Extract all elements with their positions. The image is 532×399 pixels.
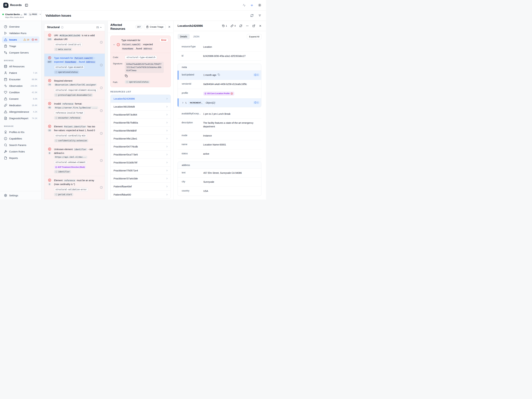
group-header[interactable]: address: [178, 162, 261, 169]
theme-sun-icon[interactable]: [258, 4, 261, 7]
issue-content: Element reference must be an array (max …: [54, 178, 98, 196]
activity-status-icon[interactable]: [243, 4, 246, 7]
panel-left-toggle-icon[interactable]: [25, 4, 28, 7]
copy-icon[interactable]: [125, 75, 128, 77]
sidebar-item-issues[interactable]: Issues1865: [2, 36, 39, 43]
wifi-icon[interactable]: [250, 4, 253, 7]
sidebar-item-triage[interactable]: Triage: [0, 43, 41, 49]
filter-icon[interactable]: [258, 14, 261, 17]
resource-list-item[interactable]: Location/b2426986: [111, 95, 171, 103]
collapse-chevron-icon[interactable]: [113, 39, 115, 51]
issue-severity-column: 6: [47, 178, 52, 196]
close-icon[interactable]: [168, 25, 171, 28]
create-triage-button[interactable]: Create Triage: [144, 24, 165, 29]
chevron-up-icon[interactable]: [100, 26, 102, 29]
sidebar-item-patient[interactable]: Patient7.1K: [0, 70, 41, 76]
detail-row-name[interactable]: nameLocation Name-00001: [177, 140, 261, 149]
sidebar-item-search-params[interactable]: Search Params: [0, 142, 41, 148]
award-icon: [4, 131, 7, 134]
sidebar-item-all-resources[interactable]: All Resources: [0, 63, 41, 70]
circle-x-icon[interactable]: [231, 92, 233, 95]
refresh-icon[interactable]: [250, 14, 253, 17]
open-external-icon[interactable]: [252, 25, 255, 27]
sidebar-item-diagnosticreport[interactable]: DiagnosticReport74.1K: [0, 115, 41, 121]
inline-code-chip: identifier: [73, 148, 87, 151]
expand-all-button[interactable]: Expand All: [247, 34, 262, 39]
sidebar-item-overview[interactable]: Overview: [0, 23, 41, 30]
resource-list-item[interactable]: Practitioner/0ca773e5: [111, 151, 171, 158]
detail-row-object[interactable]: t.INCREMENT...Object{2}1: [178, 98, 261, 107]
issue-card-item[interactable]: 79Required element Observation.identifie…: [44, 76, 105, 99]
issue-card-item[interactable]: 16Element Patient.identifier has too few…: [44, 122, 105, 145]
detail-row-mode[interactable]: modeinstance: [177, 131, 261, 140]
sidebar-item-label: Observation: [9, 84, 23, 87]
issue-info-icon[interactable]: [100, 102, 103, 120]
references-button[interactable]: 0: [231, 25, 236, 27]
resource-list-item[interactable]: Practitioner/750571e4: [111, 167, 171, 175]
detail-row-versionId[interactable]: versionId0a0840d4-a4a8-4456-b256-d12ea6c…: [178, 80, 261, 89]
sidebar-item-compare-servers[interactable]: Compare Servers: [0, 49, 41, 56]
detail-row-text[interactable]: text457 Elm Street, Sunnyvale CA 94086: [178, 169, 261, 178]
issue-card-item[interactable]: 8Unknown element identifier - not define…: [44, 145, 105, 176]
issue-card-item[interactable]: 307Type mismatch for Patient.name[0] : e…: [44, 54, 105, 76]
resource-list-item[interactable]: Practitioner/bf73c864: [111, 111, 171, 119]
detail-row-lastUpdated[interactable]: lastUpdated1 month ago1: [178, 71, 261, 80]
info-icon[interactable]: [61, 26, 63, 29]
sidebar-item-allergyintolerance[interactable]: AllergyIntolerance4.2K: [0, 108, 41, 115]
resource-list-item[interactable]: Practitioner/04776cdb: [111, 143, 171, 151]
issue-card-item[interactable]: Element Patient.identifier[0] has too ma…: [44, 199, 105, 200]
resource-list-item[interactable]: Practitioner/4fe12be1: [111, 135, 171, 143]
tab-json[interactable]: JSON: [191, 34, 202, 39]
issue-info-icon[interactable]: [100, 147, 103, 173]
lock-icon: [4, 97, 7, 101]
resource-list-item[interactable]: Practitioner/5b75d60a: [111, 119, 171, 127]
detail-row-id[interactable]: idb2426986-bf36-4f3a-a3a1-d2f2353dec27: [177, 52, 261, 61]
sidebar-item-capabilities[interactable]: Capabilities: [0, 135, 41, 142]
issue-info-icon[interactable]: [100, 125, 103, 142]
detail-row-resourceType[interactable]: resourceTypeLocation: [177, 43, 261, 52]
sidebar-item-consent[interactable]: Consent6.0K: [0, 95, 41, 102]
issue-info-icon[interactable]: [100, 34, 103, 51]
issue-card-item[interactable]: 45Invalid reference format: https://serv…: [44, 99, 105, 122]
chevron-right-icon[interactable]: [182, 101, 184, 104]
resource-list-item[interactable]: Practitioner/37a4c0de: [111, 175, 171, 183]
more-options-icon[interactable]: [246, 25, 249, 27]
issue-info-icon[interactable]: [100, 178, 103, 196]
issue-info-icon[interactable]: [100, 79, 103, 97]
sidebar-item-condition[interactable]: Condition42.3K: [0, 89, 41, 95]
detail-row-description[interactable]: descriptionThe facility features a state…: [177, 119, 261, 131]
resource-list-item[interactable]: Practitioner/31b0b78f: [111, 158, 171, 167]
refresh-resource-icon[interactable]: [239, 25, 242, 27]
detail-row-status[interactable]: statusactive: [177, 149, 261, 158]
sidebar-item-profiles-igs[interactable]: Profiles & IGs: [0, 129, 41, 135]
server-selector[interactable]: Charité Berlin ... R4 PROD https://fhir.…: [0, 11, 42, 21]
issue-indicator-badge[interactable]: 1: [253, 73, 260, 76]
group-header[interactable]: meta: [178, 64, 261, 71]
issue-card-item[interactable]: 6Element reference must be an array (max…: [44, 176, 105, 199]
close-inspector-icon[interactable]: [259, 25, 262, 27]
resource-list-item[interactable]: Location/481594d9: [111, 103, 171, 111]
sidebar-item-encounter[interactable]: Encounter88.9K: [0, 76, 41, 83]
issue-indicator-badge[interactable]: 1: [253, 101, 260, 104]
sidebar-item-medication[interactable]: Medication16.4K: [0, 102, 41, 108]
resource-list-item[interactable]: Practitioner/5fe9db5f: [111, 127, 171, 135]
issue-info-icon[interactable]: [100, 56, 103, 74]
resource-count: 88.9K: [32, 78, 38, 81]
sidebar-item-validation-runs[interactable]: Validation Runs: [0, 30, 41, 36]
copy-icon[interactable]: [218, 74, 220, 76]
sidebar-item-custom-rules[interactable]: Custom Rules: [0, 148, 41, 155]
sidebar-item-observation[interactable]: Observation248.9K: [0, 83, 41, 89]
history-button[interactable]: 1: [222, 25, 227, 27]
detail-row-profile[interactable]: profile{} US Core Location Profile: [178, 89, 261, 98]
detail-row-country[interactable]: countryUSA: [178, 187, 261, 196]
issue-group-header[interactable]: Structural 21: [44, 24, 105, 31]
detail-row-availabilityExcep-[interactable]: availabilityExcep...1 pm to 2 pm Lunch B…: [177, 110, 261, 119]
resource-list-item[interactable]: Patient/fbae40ef: [111, 183, 171, 190]
sidebar-item-settings[interactable]: Settings: [0, 191, 41, 200]
sidebar-item-reports[interactable]: Reports: [0, 155, 41, 161]
detail-row-city[interactable]: citySunnyvale: [178, 177, 261, 187]
detail-row-label: mode: [182, 134, 203, 137]
issue-card-item[interactable]: 325URI #U3DjmnJW3CLbaIHO is not a valid …: [44, 31, 105, 54]
tab-details[interactable]: Details: [177, 34, 190, 39]
resource-list-item[interactable]: Patient/fbba400: [111, 190, 171, 198]
